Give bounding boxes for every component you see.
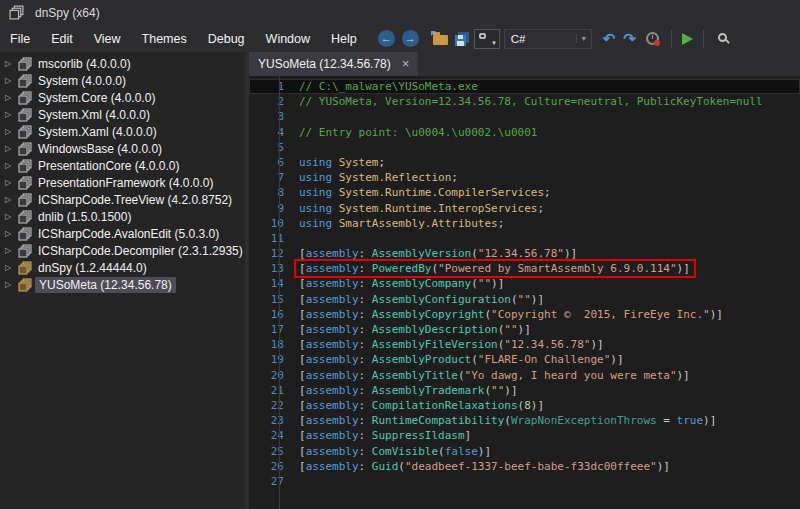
expand-arrow-icon[interactable]: ▷ xyxy=(5,127,15,136)
redo-icon[interactable]: ↷ xyxy=(619,30,640,48)
menu-help[interactable]: Help xyxy=(323,28,365,50)
code-line-text xyxy=(293,109,299,124)
tree-item[interactable]: ▷System.Xaml (4.0.0.0) xyxy=(0,123,245,140)
close-icon[interactable]: × xyxy=(402,58,410,70)
assembly-icon xyxy=(18,159,32,173)
back-icon[interactable]: ← xyxy=(378,30,395,47)
tree-item[interactable]: ▷System.Core (4.0.0.0) xyxy=(0,89,245,106)
chevron-down-icon[interactable]: ▾ xyxy=(576,34,591,43)
tree-item[interactable]: ▷YUSoMeta (12.34.56.78) xyxy=(0,276,245,293)
code-line: 16[assembly: AssemblyCopyright("Copyrigh… xyxy=(249,307,800,322)
code-line: 21[assembly: AssemblyTrademark("")] xyxy=(249,383,800,398)
code-line-text: // YUSoMeta, Version=12.34.56.78, Cultur… xyxy=(293,94,763,109)
line-number: 8 xyxy=(249,185,293,200)
tree-item[interactable]: ▷System (4.0.0.0) xyxy=(0,72,245,89)
start-debug-icon[interactable] xyxy=(682,33,693,45)
search-icon[interactable] xyxy=(718,33,727,42)
decompiler-options-icon[interactable]: ▾ xyxy=(474,29,500,49)
line-number: 4 xyxy=(249,125,293,140)
code-line-text: [assembly: SuppressIldasm] xyxy=(293,428,471,443)
save-all-icon[interactable] xyxy=(455,32,470,46)
line-number: 19 xyxy=(249,352,293,367)
code-line-text: [assembly: AssemblyProduct("FLARE-On Cha… xyxy=(293,352,624,367)
assembly-icon xyxy=(18,91,32,105)
code-line: 3 xyxy=(249,109,800,124)
code-line: 9using System.Runtime.InteropServices; xyxy=(249,201,800,216)
tree-item-label: dnlib (1.5.0.1500) xyxy=(38,210,131,224)
tree-item[interactable]: ▷dnlib (1.5.0.1500) xyxy=(0,208,245,225)
tree-item-label: ICSharpCode.Decompiler (2.3.1.2935) xyxy=(38,244,243,258)
tree-item[interactable]: ▷dnSpy (1.2.44444.0) xyxy=(0,259,245,276)
line-number: 17 xyxy=(249,322,293,337)
tree-item[interactable]: ▷ICSharpCode.TreeView (4.2.0.8752) xyxy=(0,191,245,208)
menu-debug[interactable]: Debug xyxy=(200,28,253,50)
tree-item[interactable]: ▷mscorlib (4.0.0.0) xyxy=(0,55,245,72)
code-line: 25[assembly: ComVisible(false)] xyxy=(249,444,800,459)
expand-arrow-icon[interactable]: ▷ xyxy=(5,195,15,204)
open-folder-icon[interactable] xyxy=(433,35,448,45)
forward-icon[interactable]: → xyxy=(402,30,419,47)
expand-arrow-icon[interactable]: ▷ xyxy=(5,280,15,289)
expand-arrow-icon[interactable]: ▷ xyxy=(5,110,15,119)
language-select[interactable]: C# ▾ xyxy=(504,29,592,49)
expand-arrow-icon[interactable]: ▷ xyxy=(5,93,15,102)
code-line: 8using System.Runtime.CompilerServices; xyxy=(249,185,800,200)
title-bar: dnSpy (x64) xyxy=(0,0,800,25)
expand-arrow-icon[interactable]: ▷ xyxy=(5,246,15,255)
menu-window[interactable]: Window xyxy=(258,28,318,50)
code-line: 22[assembly: CompilationRelaxations(8)] xyxy=(249,398,800,413)
tree-item-label: ICSharpCode.TreeView (4.2.0.8752) xyxy=(38,193,232,207)
line-number: 23 xyxy=(249,413,293,428)
code-line: 18[assembly: AssemblyFileVersion("12.34.… xyxy=(249,337,800,352)
toolbar: ← → ▾ C# ▾ ↶ xyxy=(378,29,735,49)
history-icon[interactable] xyxy=(646,32,659,45)
code-line-text: [assembly: AssemblyConfiguration("")] xyxy=(293,292,544,307)
tree-item[interactable]: ▷WindowsBase (4.0.0.0) xyxy=(0,140,245,157)
line-number: 18 xyxy=(249,337,293,352)
line-number: 14 xyxy=(249,276,293,291)
menu-file[interactable]: File xyxy=(2,28,38,50)
expand-arrow-icon[interactable]: ▷ xyxy=(5,212,15,221)
line-number: 24 xyxy=(249,428,293,443)
undo-icon[interactable]: ↶ xyxy=(599,30,620,48)
menu-themes[interactable]: Themes xyxy=(134,28,195,50)
line-number: 11 xyxy=(249,231,293,246)
expand-arrow-icon[interactable]: ▷ xyxy=(5,144,15,153)
expand-arrow-icon[interactable]: ▷ xyxy=(5,161,15,170)
tree-item[interactable]: ▷PresentationCore (4.0.0.0) xyxy=(0,157,245,174)
code-line: 17[assembly: AssemblyDescription("")] xyxy=(249,322,800,337)
expand-arrow-icon[interactable]: ▷ xyxy=(5,263,15,272)
language-select-value: C# xyxy=(505,33,576,45)
tree-item-label: System.Xml (4.0.0.0) xyxy=(38,108,150,122)
code-line-text: [assembly: PoweredBy("Powered by SmartAs… xyxy=(293,261,696,276)
code-line-text: using System.Runtime.InteropServices; xyxy=(293,201,544,216)
tree-item[interactable]: ▷System.Xml (4.0.0.0) xyxy=(0,106,245,123)
line-number: 12 xyxy=(249,246,293,261)
options-caret-icon: ▾ xyxy=(492,39,496,47)
code-line: 1// C:\_malware\YUSoMeta.exe xyxy=(249,79,800,94)
code-editor[interactable]: 1// C:\_malware\YUSoMeta.exe2// YUSoMeta… xyxy=(249,76,800,509)
expand-arrow-icon[interactable]: ▷ xyxy=(5,178,15,187)
tree-item-label: dnSpy (1.2.44444.0) xyxy=(38,261,147,275)
expand-arrow-icon[interactable]: ▷ xyxy=(5,229,15,238)
code-line-text: // Entry point: \u0004.\u0002.\u0001 xyxy=(293,125,537,140)
code-line: 6using System; xyxy=(249,155,800,170)
expand-arrow-icon[interactable]: ▷ xyxy=(5,59,15,68)
tab-strip: YUSoMeta (12.34.56.78) × xyxy=(249,52,800,76)
line-number: 2 xyxy=(249,94,293,109)
tree-item[interactable]: ▷PresentationFramework (4.0.0.0) xyxy=(0,174,245,191)
tab-yusometa[interactable]: YUSoMeta (12.34.56.78) × xyxy=(249,52,418,76)
menu-edit[interactable]: Edit xyxy=(43,28,81,50)
tree-item-label: WindowsBase (4.0.0.0) xyxy=(38,142,162,156)
assembly-icon xyxy=(18,244,32,258)
tree-item[interactable]: ▷ICSharpCode.Decompiler (2.3.1.2935) xyxy=(0,242,245,259)
tree-item-label: PresentationFramework (4.0.0.0) xyxy=(38,176,213,190)
assembly-icon xyxy=(18,278,32,292)
line-number: 7 xyxy=(249,170,293,185)
menu-view[interactable]: View xyxy=(86,28,129,50)
expand-arrow-icon[interactable]: ▷ xyxy=(5,76,15,85)
code-line-text: [assembly: AssemblyFileVersion("12.34.56… xyxy=(293,337,604,352)
code-line-text xyxy=(293,140,299,155)
editor-panel: YUSoMeta (12.34.56.78) × 1// C:\_malware… xyxy=(249,52,800,509)
tree-item[interactable]: ▷ICSharpCode.AvalonEdit (5.0.3.0) xyxy=(0,225,245,242)
